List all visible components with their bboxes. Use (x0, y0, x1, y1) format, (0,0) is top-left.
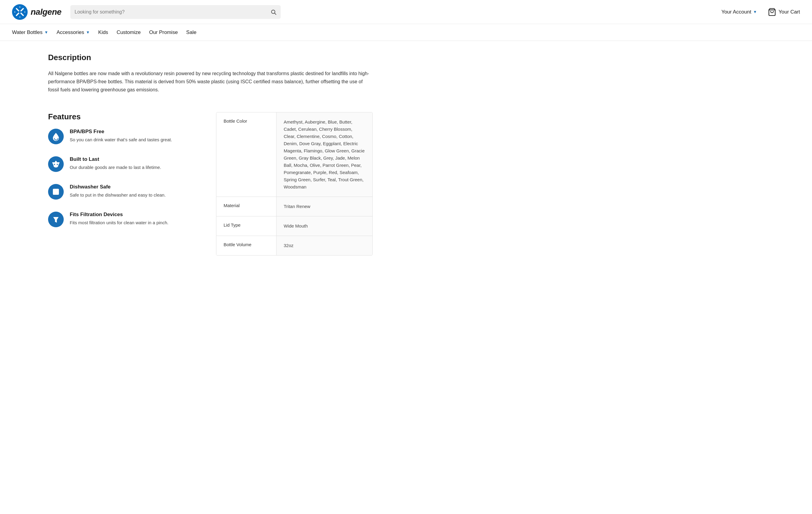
feature-item-dishwasher: Dishwasher Safe Safe to put in the dishw… (48, 184, 204, 200)
spec-label-volume: Bottle Volume (216, 236, 277, 255)
logo-icon (12, 4, 28, 20)
built-to-last-icon (48, 156, 64, 172)
nav-our-promise-label: Our Promise (149, 29, 178, 35)
feature-built-desc: Our durable goods are made to last a lif… (70, 164, 161, 171)
search-icon (270, 9, 277, 15)
spec-label-material: Material (216, 197, 277, 216)
svg-point-9 (19, 11, 21, 13)
spec-row-color: Bottle Color Amethyst, Aubergine, Blue, … (216, 112, 372, 197)
water-drop-icon (51, 132, 60, 141)
filter-icon (51, 215, 60, 224)
features-column: Features BPA/BPS Free So you can drink w… (48, 112, 216, 239)
feature-filtration-title: Fits Filtration Devices (70, 211, 168, 218)
nav-item-sale[interactable]: Sale (186, 29, 205, 35)
svg-point-13 (21, 11, 25, 13)
spec-value-volume: 32oz (277, 236, 372, 255)
cart-button[interactable]: Your Cart (768, 8, 800, 16)
nav-item-customize[interactable]: Customize (117, 29, 149, 35)
spec-value-lid: Wide Mouth (277, 217, 372, 236)
cart-label: Your Cart (779, 9, 800, 15)
nav-accessories-label: Accessories (57, 29, 84, 35)
search-input[interactable] (75, 9, 270, 15)
logo-text: nalgene (31, 7, 61, 17)
feature-item-filtration: Fits Filtration Devices Fits most filtra… (48, 211, 204, 227)
account-button[interactable]: Your Account ▼ (721, 9, 757, 15)
svg-point-10 (19, 7, 21, 11)
nav-customize-label: Customize (117, 29, 141, 35)
spec-row-material: Material Tritan Renew (216, 197, 372, 217)
search-button[interactable] (270, 9, 277, 15)
logo[interactable]: nalgene (12, 4, 61, 20)
filtration-icon (48, 211, 64, 227)
feature-filtration-desc: Fits most filtration units for clean wat… (70, 220, 168, 226)
nav-item-water-bottles[interactable]: Water Bottles ▼ (12, 29, 57, 35)
nav-item-accessories[interactable]: Accessories ▼ (57, 29, 98, 35)
feature-built-title: Built to Last (70, 156, 161, 162)
nav-sale-label: Sale (186, 29, 197, 35)
nav-item-our-promise[interactable]: Our Promise (149, 29, 186, 35)
spec-label-lid: Lid Type (216, 217, 277, 236)
spec-value-material: Tritan Renew (277, 197, 372, 216)
description-section: Description All Nalgene bottles are now … (48, 53, 373, 94)
description-title: Description (48, 53, 373, 62)
feature-bpa-title: BPA/BPS Free (70, 128, 172, 135)
svg-point-18 (55, 190, 57, 192)
chevron-down-icon: ▼ (44, 30, 48, 34)
spec-label-color: Bottle Color (216, 112, 277, 197)
spec-value-color: Amethyst, Aubergine, Blue, Butter, Cadet… (277, 112, 372, 197)
feature-built-content: Built to Last Our durable goods are made… (70, 156, 161, 171)
main-content: Description All Nalgene bottles are now … (0, 41, 421, 267)
header: nalgene Your Account ▼ Your Cart (0, 0, 812, 24)
feature-dishwasher-content: Dishwasher Safe Safe to put in the dishw… (70, 184, 166, 199)
features-specs-container: Features BPA/BPS Free So you can drink w… (48, 112, 373, 256)
dishwasher-safe-icon (51, 187, 60, 196)
recycle-icon (51, 160, 60, 169)
svg-line-15 (275, 13, 276, 15)
feature-dishwasher-desc: Safe to put in the dishwasher and easy t… (70, 192, 166, 199)
search-bar (70, 5, 281, 19)
features-title: Features (48, 112, 204, 121)
dishwasher-icon (48, 184, 64, 200)
description-text: All Nalgene bottles are now made with a … (48, 69, 373, 94)
spec-row-lid: Lid Type Wide Mouth (216, 217, 372, 236)
nav-kids-label: Kids (98, 29, 108, 35)
account-label: Your Account (721, 9, 751, 15)
nav-water-bottles-label: Water Bottles (12, 29, 42, 35)
svg-point-11 (19, 13, 21, 17)
nav-item-kids[interactable]: Kids (98, 29, 117, 35)
svg-point-12 (15, 11, 19, 13)
header-right: Your Account ▼ Your Cart (721, 8, 800, 16)
feature-item-built: Built to Last Our durable goods are made… (48, 156, 204, 172)
main-nav: Water Bottles ▼ Accessories ▼ Kids Custo… (0, 24, 812, 41)
feature-bpa-desc: So you can drink water that's safe and t… (70, 137, 172, 143)
chevron-down-icon: ▼ (86, 30, 90, 34)
spec-row-volume: Bottle Volume 32oz (216, 236, 372, 255)
feature-filtration-content: Fits Filtration Devices Fits most filtra… (70, 211, 168, 226)
specs-column: Bottle Color Amethyst, Aubergine, Blue, … (216, 112, 373, 256)
cart-icon (768, 8, 776, 16)
feature-bpa-content: BPA/BPS Free So you can drink water that… (70, 128, 172, 143)
chevron-down-icon: ▼ (753, 10, 757, 14)
feature-item-bpa: BPA/BPS Free So you can drink water that… (48, 128, 204, 144)
bpa-free-icon (48, 128, 64, 144)
feature-dishwasher-title: Dishwasher Safe (70, 184, 166, 190)
